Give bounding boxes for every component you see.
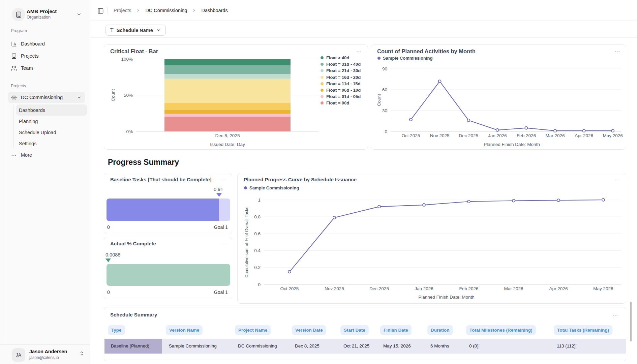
gauge-value: 0.0088 (105, 252, 120, 257)
legend-item-2[interactable]: Float = 31d - 40d (321, 62, 361, 67)
app: AMB Project Organization Program Dashboa… (0, 0, 637, 364)
card-schedule-summary: Schedule Summary TypeVersion NameProject… (104, 307, 626, 361)
column-header-duration[interactable]: Duration (427, 325, 453, 335)
table-cell: Dec 8, 2025 (295, 343, 320, 348)
svg-text:Mar 2026: Mar 2026 (545, 133, 565, 138)
sidebar-item-label: Projects (21, 53, 38, 59)
more-label: More (21, 152, 32, 158)
schedule-name-filter-button[interactable]: T Schedule Name (105, 25, 166, 36)
svg-text:0: 0 (258, 282, 261, 287)
breadcrumb-item-dashboards[interactable]: Dashboards (201, 8, 228, 13)
chevrons-up-down-icon[interactable] (79, 351, 84, 356)
sidebar-subitem-dashboards[interactable]: Dashboards (16, 104, 87, 116)
sidebar-item-dashboard[interactable]: Dashboard (8, 38, 85, 50)
legend-item-3[interactable]: Float = 21d - 30d (321, 68, 361, 73)
svg-text:Cumulative sum of % of Overall: Cumulative sum of % of Overall Tasks (244, 207, 249, 277)
svg-text:Jan 2026: Jan 2026 (415, 286, 433, 291)
divider (108, 7, 108, 14)
breadcrumb-item-projects[interactable]: Projects (114, 8, 131, 13)
legend-item-8[interactable]: Float = 00d (321, 100, 349, 105)
legend-label: Float > 40d (326, 55, 349, 60)
planned-progress-chart: 00.20.40.60.81Oct 2025Nov 2025Dec 2025Ja… (238, 173, 627, 304)
breadcrumb-separator-icon (192, 8, 196, 13)
table-cell: 0 (0) (469, 343, 479, 348)
gear-icon (11, 95, 17, 100)
sidebar-subitem-schedule-upload[interactable]: Schedule Upload (16, 127, 87, 138)
user-name: Jason Andersen (29, 349, 67, 354)
legend-item-4[interactable]: Float = 16d - 20d (321, 75, 361, 80)
sidebar-item-more[interactable]: ⋯ More (8, 149, 85, 161)
svg-text:Apr 2026: Apr 2026 (575, 133, 593, 138)
column-header-finish-date[interactable]: Finish Date (380, 325, 412, 335)
svg-text:0.6: 0.6 (254, 231, 261, 236)
svg-text:0.2: 0.2 (254, 265, 261, 270)
legend-dot-icon (321, 69, 324, 72)
chevron-down-icon (77, 95, 82, 100)
sidebar-item-label: Settings (19, 141, 36, 146)
sidebar-subitem-settings[interactable]: Settings (16, 138, 87, 149)
svg-text:Mar 2026: Mar 2026 (504, 286, 523, 291)
sidebar-subitem-planning[interactable]: Planning (16, 116, 87, 127)
card-menu-icon[interactable] (220, 175, 226, 181)
avatar: JA (12, 348, 25, 362)
tree-indent-line (13, 104, 13, 148)
svg-text:Jan 2026: Jan 2026 (488, 133, 507, 138)
breadcrumb: ProjectsDC CommissioningDashboards (114, 0, 228, 21)
user-menu[interactable]: JA Jason Andersen jason@cxlens.io (0, 344, 90, 364)
svg-text:May 2026: May 2026 (593, 286, 613, 291)
card-critical-float-bar: Critical Float - Bar 0%50%100%Dec 8, 202… (104, 44, 368, 150)
svg-text:Oct 2025: Oct 2025 (402, 133, 420, 138)
table-row[interactable]: Baseline (Planned)Sample CommissioningDC… (104, 339, 626, 354)
breadcrumb-item-dc-commissioning[interactable]: DC Commissioning (145, 8, 187, 13)
gauge-track (107, 264, 230, 286)
legend-item-1[interactable]: Float > 40d (321, 55, 349, 60)
chevron-down-icon (77, 12, 82, 17)
svg-text:0: 0 (385, 129, 387, 134)
top-bar: ProjectsDC CommissioningDashboards (90, 0, 637, 21)
card-actual-percent-complete: Actual % Complete 0.0088 0 Goal 1 (104, 237, 232, 299)
table-cell: May 15, 2026 (383, 343, 411, 348)
sidebar-item-projects[interactable]: Projects (8, 50, 85, 62)
sidebar-item-team[interactable]: Team (8, 62, 85, 74)
svg-text:0.4: 0.4 (254, 248, 261, 253)
column-header-total-milestones-remaining-[interactable]: Total Milestones (Remaining) (466, 325, 536, 335)
sidebar-item-label: Dashboards (19, 108, 45, 113)
column-header-version-date[interactable]: Version Date (292, 325, 326, 335)
column-header-type[interactable]: Type (108, 325, 125, 335)
svg-text:60: 60 (382, 87, 387, 92)
column-header-start-date[interactable]: Start Date (340, 325, 369, 335)
users-icon (11, 65, 17, 71)
card-planned-activities: Count of Planned Activities by Month Sam… (371, 44, 626, 150)
card-menu-icon[interactable] (612, 311, 618, 317)
org-type: Organization (27, 15, 51, 20)
svg-text:Issued Date: Day: Issued Date: Day (210, 142, 245, 147)
sidebar-toggle-icon[interactable] (97, 7, 104, 14)
legend-label: Float = 16d - 20d (326, 75, 361, 80)
sidebar-item-label: Schedule Upload (19, 130, 56, 135)
legend-dot-icon (321, 82, 324, 85)
table-cell: Sample Commissioning (169, 343, 217, 348)
text-type-icon: T (110, 27, 114, 33)
card-menu-icon[interactable] (220, 239, 226, 245)
org-switcher[interactable]: AMB Project Organization (8, 5, 86, 24)
gauge-title: Actual % Complete (110, 241, 156, 246)
gauge-fill (107, 199, 219, 221)
page-scrollbar-thumb[interactable] (630, 302, 632, 341)
column-header-version-name[interactable]: Version Name (166, 325, 203, 335)
sidebar: AMB Project Organization Program Dashboa… (0, 0, 90, 364)
gauge-value: 0.91 (214, 187, 223, 192)
sidebar-item-dc-commissioning[interactable]: DC Commissioning (8, 92, 85, 103)
sidebar-item-label: DC Commissioning (21, 95, 63, 100)
legend-label: Float = 06d - 10d (326, 88, 361, 93)
legend-item-7[interactable]: Float = 01d - 05d (321, 94, 361, 99)
column-header-total-tasks-remaining-[interactable]: Total Tasks (Remaining) (554, 325, 612, 335)
svg-text:Apr 2026: Apr 2026 (549, 286, 568, 291)
svg-text:Feb 2026: Feb 2026 (517, 133, 536, 138)
svg-text:Nov 2025: Nov 2025 (325, 286, 344, 291)
legend-item-6[interactable]: Float = 06d - 10d (321, 88, 361, 93)
column-header-project-name[interactable]: Project Name (235, 325, 271, 335)
gauge-min-label: 0 (107, 224, 110, 230)
table-title: Schedule Summary (110, 312, 157, 317)
legend-item-5[interactable]: Float = 11d - 15d (321, 81, 361, 86)
table-cell: DC Commissioning (238, 343, 277, 348)
